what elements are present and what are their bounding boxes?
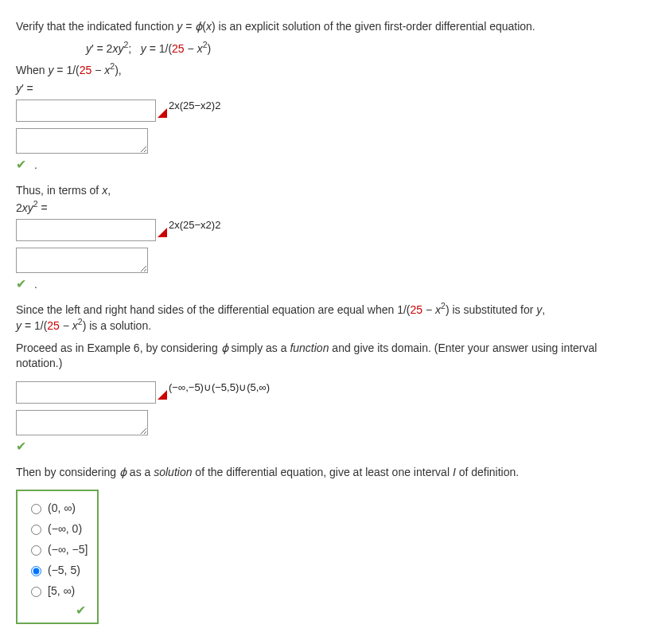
hint-corner-icon bbox=[158, 390, 167, 400]
when-line: When y = 1/(25 − x2), bbox=[16, 63, 638, 79]
radio-label-5: [5, ∞) bbox=[48, 584, 75, 597]
two-xy2-input[interactable] bbox=[16, 219, 156, 241]
check-icon: ✔ bbox=[27, 603, 88, 618]
two-xy2-hint: 2x(25−x2)2 bbox=[169, 219, 220, 231]
status-dot: . bbox=[34, 278, 37, 291]
proceed-paragraph: Proceed as in Example 6, by considering … bbox=[16, 341, 638, 372]
question-intro: Verify that the indicated function y = ϕ… bbox=[16, 19, 638, 35]
then-paragraph: Then by considering ϕ as a solution of t… bbox=[16, 465, 638, 481]
hint-corner-icon bbox=[158, 108, 167, 118]
yprime-work-input[interactable] bbox=[16, 128, 148, 154]
yprime-hint: 2x(25−x2)2 bbox=[169, 100, 220, 111]
since-paragraph: Since the left and right hand sides of t… bbox=[16, 302, 638, 334]
interval-radio-group: (0, ∞) (−∞, 0) (−∞, −5] (−5, 5) [5, ∞) ✔ bbox=[16, 490, 99, 624]
radio-option-1[interactable] bbox=[31, 504, 41, 514]
domain-hint: (−∞,−5)∪(−5,5)∪(5,∞) bbox=[169, 381, 270, 393]
yprime-input[interactable] bbox=[16, 100, 156, 122]
domain-work-input[interactable] bbox=[16, 410, 148, 435]
status-dot: . bbox=[34, 158, 37, 171]
radio-label-4: (−5, 5) bbox=[48, 564, 80, 576]
yprime-label: y′ = bbox=[16, 82, 638, 95]
hint-corner-icon bbox=[158, 228, 167, 237]
two-xy2-work-input[interactable] bbox=[16, 248, 148, 273]
radio-option-4[interactable] bbox=[31, 566, 41, 576]
domain-input[interactable] bbox=[16, 381, 156, 404]
check-icon: ✔ bbox=[16, 158, 26, 171]
radio-label-3: (−∞, −5] bbox=[48, 543, 88, 556]
two-xy2-label: 2xy2 = bbox=[16, 201, 638, 214]
radio-option-5[interactable] bbox=[31, 587, 41, 597]
radio-option-2[interactable] bbox=[31, 525, 41, 535]
check-icon: ✔ bbox=[16, 439, 26, 453]
radio-option-3[interactable] bbox=[31, 545, 41, 556]
check-icon: ✔ bbox=[16, 277, 26, 291]
radio-label-1: (0, ∞) bbox=[48, 502, 76, 514]
radio-label-2: (−∞, 0) bbox=[48, 522, 82, 535]
given-equation: y′ = 2xy2; y = 1/(25 − x2) bbox=[86, 41, 638, 57]
thus-line: Thus, in terms of x, bbox=[16, 183, 638, 199]
